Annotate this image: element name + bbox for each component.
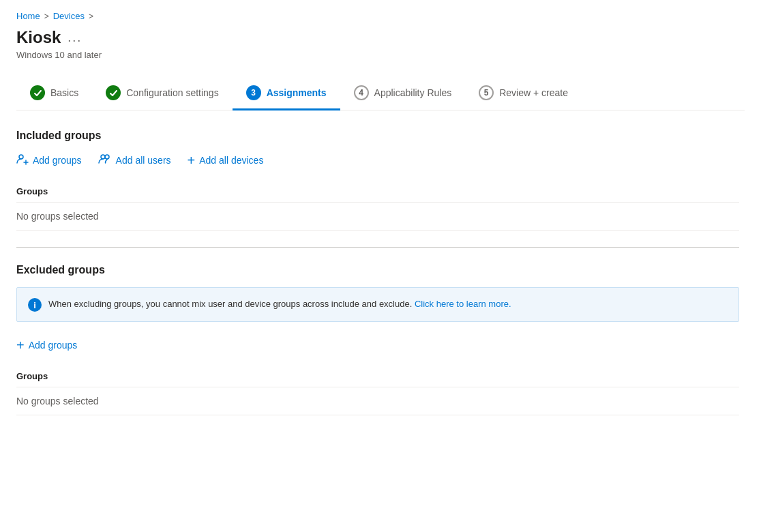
included-groups-empty: No groups selected: [16, 203, 739, 231]
tab-configuration[interactable]: Configuration settings: [92, 77, 232, 110]
excluded-groups-title: Excluded groups: [16, 264, 739, 276]
info-box: i When excluding groups, you cannot mix …: [16, 287, 739, 322]
add-excluded-groups-icon: +: [16, 338, 25, 352]
included-groups-table-header: Groups: [16, 181, 739, 203]
tab-review[interactable]: 5 Review + create: [465, 77, 582, 110]
add-all-users-label: Add all users: [116, 155, 171, 166]
page-title-row: Kiosk ...: [16, 28, 745, 47]
breadcrumb: Home > Devices >: [16, 11, 745, 21]
tab-applicability-step: 4: [354, 85, 369, 100]
tab-assignments[interactable]: 3 Assignments: [233, 77, 340, 110]
breadcrumb-sep-2: >: [89, 12, 93, 21]
tab-configuration-label: Configuration settings: [126, 87, 218, 98]
tab-basics[interactable]: Basics: [16, 77, 92, 110]
tab-assignments-step: 3: [246, 85, 261, 100]
included-groups-actions: Add groups Add all users + Add all devic…: [16, 153, 739, 167]
add-all-devices-icon: +: [188, 153, 196, 167]
page-subtitle: Windows 10 and later: [16, 50, 745, 60]
add-all-devices-button[interactable]: + Add all devices: [188, 153, 264, 167]
page-title: Kiosk: [16, 28, 61, 47]
tab-configuration-check: [106, 85, 121, 100]
tab-basics-check: [30, 85, 45, 100]
info-box-link[interactable]: Click here to learn more.: [415, 299, 511, 309]
add-group-user-icon: [16, 153, 29, 167]
breadcrumb-home[interactable]: Home: [16, 11, 40, 21]
svg-point-4: [105, 155, 109, 159]
add-groups-excluded-button[interactable]: + Add groups: [16, 338, 77, 352]
add-groups-included-label: Add groups: [33, 155, 82, 166]
tab-basics-label: Basics: [50, 87, 78, 98]
add-all-devices-label: Add all devices: [199, 155, 263, 166]
more-options-button[interactable]: ...: [68, 31, 82, 45]
tab-applicability-label: Applicability Rules: [374, 87, 452, 98]
section-divider: [16, 247, 739, 248]
add-groups-included-button[interactable]: Add groups: [16, 153, 82, 167]
main-content: Included groups Add groups: [16, 130, 739, 415]
breadcrumb-devices[interactable]: Devices: [53, 11, 85, 21]
info-icon: i: [28, 298, 42, 312]
add-groups-excluded-label: Add groups: [29, 340, 78, 351]
svg-point-0: [19, 155, 23, 159]
excluded-groups-empty: No groups selected: [16, 387, 739, 415]
included-groups-title: Included groups: [16, 130, 739, 142]
tab-applicability[interactable]: 4 Applicability Rules: [340, 77, 466, 110]
tab-assignments-label: Assignments: [267, 87, 327, 98]
tab-review-step: 5: [479, 85, 494, 100]
svg-point-3: [101, 155, 105, 159]
breadcrumb-sep-1: >: [44, 12, 49, 21]
add-all-users-button[interactable]: Add all users: [98, 153, 171, 167]
info-box-text: When excluding groups, you cannot mix us…: [48, 297, 511, 311]
excluded-groups-table-header: Groups: [16, 366, 739, 387]
add-all-users-icon: [98, 153, 112, 167]
tab-review-label: Review + create: [499, 87, 568, 98]
wizard-tabs: Basics Configuration settings 3 Assignme…: [16, 76, 745, 110]
excluded-groups-actions: + Add groups: [16, 338, 739, 352]
